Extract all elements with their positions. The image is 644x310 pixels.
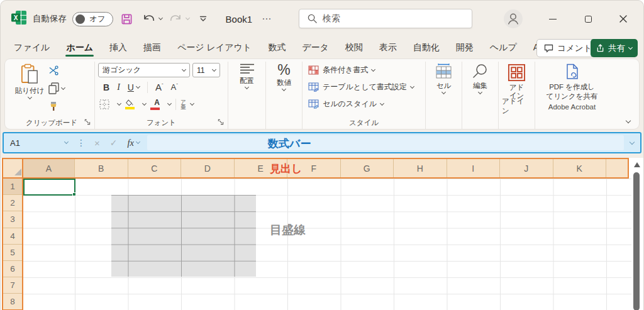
saved-state-dots[interactable]: ⋯ bbox=[262, 13, 272, 25]
row-header-2[interactable]: 2 bbox=[3, 195, 22, 211]
tab-formulas[interactable]: 数式 bbox=[260, 37, 294, 58]
paste-button[interactable]: 貼り付け bbox=[12, 62, 47, 116]
alignment-button[interactable]: 配置 bbox=[231, 62, 262, 89]
cancel-icon[interactable]: × bbox=[94, 138, 100, 148]
account-avatar[interactable] bbox=[504, 9, 523, 31]
share-button[interactable]: 共有 bbox=[591, 39, 638, 57]
cut-button[interactable] bbox=[48, 64, 65, 77]
clipboard-dialog-launcher[interactable] bbox=[84, 119, 91, 126]
redo-button[interactable] bbox=[168, 11, 184, 27]
fill-color-button[interactable] bbox=[125, 99, 135, 109]
font-size-select[interactable]: 11 bbox=[192, 63, 220, 77]
editing-group: 編集 bbox=[462, 62, 498, 129]
redo-dropdown-chevron[interactable] bbox=[186, 16, 190, 20]
format-painter-button[interactable] bbox=[48, 100, 65, 113]
addins-button[interactable]: アド イン bbox=[502, 62, 531, 100]
svg-text:X: X bbox=[14, 14, 18, 21]
increase-font-button[interactable]: Aˆ bbox=[155, 82, 164, 92]
close-button[interactable] bbox=[616, 12, 631, 26]
column-header-a[interactable]: A bbox=[23, 159, 75, 177]
column-header-d[interactable]: D bbox=[181, 159, 235, 177]
formula-bar-handle[interactable]: ⋮ bbox=[77, 138, 86, 148]
borders-button[interactable] bbox=[99, 99, 109, 109]
autosave-toggle[interactable]: オフ bbox=[72, 12, 113, 26]
tab-automate[interactable]: 自動化 bbox=[405, 37, 448, 58]
column-header-h[interactable]: H bbox=[394, 159, 447, 177]
row-header-4[interactable]: 4 bbox=[3, 228, 22, 245]
cell-styles-label: セルのスタイル bbox=[323, 99, 377, 109]
row-header-1[interactable]: 1 bbox=[3, 179, 22, 195]
minimize-button[interactable] bbox=[545, 12, 560, 26]
italic-button[interactable]: I bbox=[117, 82, 120, 92]
close-icon bbox=[619, 15, 627, 23]
tab-review[interactable]: 校閲 bbox=[337, 37, 371, 58]
format-as-table-button[interactable]: テーブルとして書式設定 bbox=[308, 79, 422, 96]
formula-input[interactable] bbox=[147, 135, 624, 150]
row-header-8[interactable]: 8 bbox=[3, 294, 22, 310]
expand-formula-bar-chevron[interactable] bbox=[630, 139, 635, 144]
font-size-chevron bbox=[212, 67, 216, 71]
addins-group: アド イン アドイン bbox=[498, 62, 535, 129]
column-header-k[interactable]: K bbox=[553, 159, 607, 177]
bold-button[interactable]: B bbox=[103, 82, 109, 92]
selected-cell-a1[interactable] bbox=[23, 179, 75, 196]
decrease-font-button[interactable]: Aˇ bbox=[171, 82, 178, 92]
cell-styles-button[interactable]: セルのスタイル bbox=[308, 96, 422, 113]
underline-button[interactable]: U bbox=[128, 82, 134, 92]
cells-button[interactable]: セル bbox=[429, 62, 458, 94]
fill-dropdown-chevron[interactable] bbox=[142, 101, 147, 105]
undo-button[interactable] bbox=[141, 11, 157, 27]
insert-function-button[interactable]: fx bbox=[128, 138, 134, 148]
collapse-ribbon-chevron[interactable] bbox=[626, 118, 631, 123]
tab-page-layout[interactable]: ページ レイアウト bbox=[169, 37, 260, 58]
column-header-partial[interactable] bbox=[606, 159, 629, 177]
tab-file[interactable]: ファイル bbox=[6, 37, 58, 58]
underline-dropdown-chevron[interactable] bbox=[136, 84, 140, 88]
font-size-value: 11 bbox=[197, 66, 204, 75]
create-pdf-share-link-button[interactable]: PDF を作成し てリンクを共有 bbox=[538, 62, 606, 101]
undo-dropdown-chevron[interactable] bbox=[158, 16, 163, 20]
scrollbar-thumb[interactable] bbox=[633, 172, 640, 310]
enter-icon[interactable]: ✓ bbox=[110, 138, 118, 148]
fill-handle[interactable] bbox=[72, 192, 76, 196]
tab-draw[interactable]: 描画 bbox=[135, 37, 169, 58]
name-box[interactable]: A1 bbox=[4, 138, 73, 148]
borders-icon bbox=[99, 99, 109, 109]
row-header-3[interactable]: 3 bbox=[3, 211, 22, 228]
tab-insert[interactable]: 挿入 bbox=[101, 37, 135, 58]
row-header-5[interactable]: 5 bbox=[3, 245, 22, 261]
copy-button[interactable] bbox=[48, 82, 65, 95]
phonetic-button[interactable]: ア 亜 bbox=[180, 99, 186, 109]
minimize-icon bbox=[549, 19, 557, 19]
vertical-scrollbar[interactable] bbox=[631, 159, 642, 310]
tab-view[interactable]: 表示 bbox=[371, 37, 405, 58]
number-button[interactable]: % 数値 bbox=[269, 62, 299, 91]
column-header-g[interactable]: G bbox=[341, 159, 394, 177]
tab-help[interactable]: ヘルプ bbox=[482, 37, 525, 58]
font-dialog-launcher[interactable] bbox=[218, 119, 224, 126]
phonetic-dropdown-chevron[interactable] bbox=[190, 101, 194, 105]
font-color-button[interactable]: A bbox=[150, 98, 160, 110]
font-color-dropdown-chevron[interactable] bbox=[167, 101, 172, 105]
row-header-6[interactable]: 6 bbox=[3, 261, 22, 277]
search-box[interactable]: 検索 bbox=[299, 9, 472, 28]
conditional-formatting-button[interactable]: 条件付き書式 bbox=[308, 62, 422, 79]
borders-dropdown-chevron[interactable] bbox=[117, 101, 121, 105]
column-header-j[interactable]: J bbox=[500, 159, 553, 177]
editing-button[interactable]: 編集 bbox=[465, 62, 495, 94]
column-header-b[interactable]: B bbox=[75, 159, 128, 177]
column-header-i[interactable]: I bbox=[447, 159, 501, 177]
font-name-select[interactable]: 游ゴシック bbox=[98, 63, 190, 77]
font-group: 游ゴシック 11 B I U Aˆ Aˇ bbox=[94, 62, 228, 129]
row-header-7[interactable]: 7 bbox=[3, 277, 22, 294]
scroll-up-arrow[interactable] bbox=[634, 162, 640, 167]
tab-data[interactable]: データ bbox=[294, 37, 337, 58]
tab-home[interactable]: ホーム bbox=[58, 37, 101, 58]
paste-icon bbox=[21, 64, 38, 84]
quick-access-overflow-button[interactable] bbox=[195, 11, 211, 27]
select-all-corner[interactable] bbox=[14, 169, 21, 175]
save-button[interactable] bbox=[119, 11, 135, 27]
tab-developer[interactable]: 開発 bbox=[448, 37, 482, 58]
maximize-button[interactable] bbox=[580, 12, 596, 26]
column-header-c[interactable]: C bbox=[128, 159, 182, 177]
